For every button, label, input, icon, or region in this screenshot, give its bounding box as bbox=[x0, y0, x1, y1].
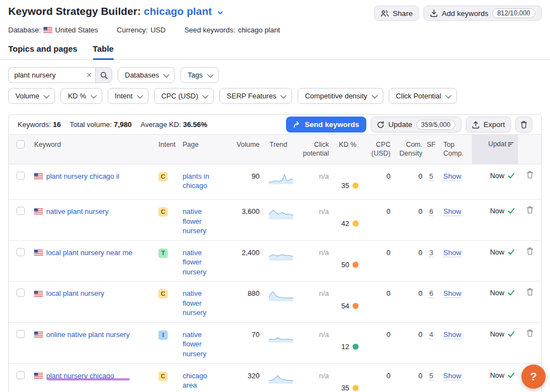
filter-dropdown-competitive-density[interactable]: Competitive density bbox=[298, 88, 383, 104]
top-comp-show-link[interactable]: Show bbox=[443, 330, 461, 339]
keyword-link[interactable]: online native plant nursery bbox=[46, 330, 130, 340]
column-keyword[interactable]: Keyword bbox=[34, 135, 158, 164]
page-link[interactable]: chicago area nurseries bbox=[183, 372, 212, 392]
intent-badge-commercial[interactable]: C bbox=[158, 289, 168, 299]
intent-badge-commercial[interactable]: C bbox=[158, 172, 168, 181]
serp-features-link[interactable]: 5 bbox=[429, 172, 433, 181]
keyword-link[interactable]: native plant nursery bbox=[46, 207, 108, 217]
chevron-down-icon bbox=[207, 71, 213, 77]
export-icon bbox=[472, 121, 480, 129]
search-button[interactable] bbox=[95, 67, 112, 83]
trend-sparkline bbox=[264, 365, 299, 392]
delete-row-button[interactable] bbox=[518, 281, 541, 322]
column-cpc[interactable]: CPC (USD) bbox=[364, 135, 393, 164]
delete-row-button[interactable] bbox=[518, 241, 541, 281]
column-page[interactable]: Page bbox=[183, 135, 230, 164]
search-icon bbox=[100, 71, 108, 79]
top-comp-show-link[interactable]: Show bbox=[443, 289, 461, 298]
update-quota-badge: 359/5,000 bbox=[416, 120, 455, 130]
currency-value: USD bbox=[151, 26, 166, 34]
tab-table[interactable]: Table bbox=[93, 44, 114, 59]
table-body: plant nursery chicago il C plants in chi… bbox=[9, 164, 541, 392]
filter-label: Tags bbox=[188, 71, 202, 79]
column-volume[interactable]: Volume bbox=[230, 135, 264, 164]
filter-dropdown-cpc-usd-[interactable]: CPC (USD) bbox=[154, 88, 214, 104]
top-comp-show-link[interactable]: Show bbox=[443, 172, 461, 181]
row-checkbox[interactable] bbox=[16, 289, 25, 297]
filter-dropdown-serp-features[interactable]: SERP Features bbox=[219, 88, 292, 104]
select-all-checkbox[interactable] bbox=[16, 140, 25, 148]
intent-badge-commercial[interactable]: C bbox=[158, 207, 168, 217]
delete-all-button[interactable] bbox=[515, 117, 532, 132]
volume-value: 2,400 bbox=[230, 241, 264, 281]
add-keywords-button[interactable]: Add keywords 812/10,000 bbox=[424, 5, 542, 21]
keywords-table-card: Keywords: 16 Total volume: 7,980 Average… bbox=[8, 114, 542, 392]
column-trend[interactable]: Trend bbox=[264, 135, 299, 164]
kd-value: 50 bbox=[342, 261, 349, 269]
page-link[interactable]: plants in chicago bbox=[183, 172, 209, 190]
tab-topics-and-pages[interactable]: Topics and pages bbox=[8, 44, 78, 59]
clear-search-icon[interactable]: ✕ bbox=[83, 67, 95, 83]
filter-dropdown-databases[interactable]: Databases bbox=[118, 67, 175, 83]
serp-features-link[interactable]: 6 bbox=[429, 207, 433, 216]
kd-difficulty-dot bbox=[353, 183, 359, 189]
delete-row-button[interactable] bbox=[518, 200, 541, 240]
update-button[interactable]: Update 359/5,000 bbox=[371, 117, 461, 132]
keywords-count-value: 16 bbox=[53, 120, 61, 129]
intent-badge-commercial[interactable]: C bbox=[158, 372, 168, 381]
column-sf[interactable]: SF bbox=[425, 135, 440, 164]
table-row: plant nursery chicago il C plants in chi… bbox=[9, 164, 541, 200]
keyword-link[interactable]: local plant nursery bbox=[46, 289, 105, 299]
top-comp-show-link[interactable]: Show bbox=[443, 372, 461, 380]
click-potential-value: n/a bbox=[299, 364, 331, 392]
column-intent[interactable]: Intent bbox=[158, 135, 183, 164]
filter-label: Click Potential bbox=[396, 92, 441, 100]
serp-features-link[interactable]: 3 bbox=[429, 249, 433, 257]
export-button[interactable]: Export bbox=[466, 117, 511, 132]
row-checkbox[interactable] bbox=[16, 371, 25, 379]
trend-sparkline bbox=[264, 283, 299, 322]
page-link[interactable]: native flower nursery bbox=[183, 330, 206, 358]
project-name-dropdown[interactable]: chicago plant bbox=[144, 5, 223, 17]
keyword-link[interactable]: local plant nursery near me bbox=[46, 248, 133, 258]
intent-badge-informational[interactable]: I bbox=[158, 330, 168, 340]
share-button[interactable]: Share bbox=[374, 5, 419, 21]
filter-dropdown-tags[interactable]: Tags bbox=[180, 67, 218, 83]
column-click-potential[interactable]: Click potential bbox=[299, 135, 331, 164]
check-icon bbox=[508, 173, 515, 179]
filters-row-1: DatabasesTags bbox=[118, 67, 219, 83]
page-link[interactable]: native flower nursery bbox=[183, 289, 206, 317]
row-checkbox[interactable] bbox=[16, 330, 25, 338]
column-com-density[interactable]: Com. Density bbox=[393, 135, 425, 164]
seed-keywords-label: Seed keywords: bbox=[184, 26, 235, 34]
delete-row-button[interactable] bbox=[518, 323, 541, 363]
serp-features-link[interactable]: 4 bbox=[429, 330, 433, 339]
page-link[interactable]: native flower nursery bbox=[183, 207, 206, 235]
keyword-link[interactable]: plant nursery chicago il bbox=[46, 172, 119, 181]
updated-value: Now bbox=[490, 248, 504, 256]
page-link[interactable]: native flower nursery bbox=[183, 249, 206, 276]
column-updated-sorted[interactable]: Updat bbox=[472, 135, 518, 164]
delete-row-button[interactable] bbox=[518, 164, 541, 200]
filter-dropdown-kd-[interactable]: KD % bbox=[61, 88, 102, 104]
com-density-value: 0 bbox=[393, 164, 425, 200]
search-input[interactable] bbox=[8, 67, 95, 83]
intent-badge-transactional[interactable]: T bbox=[158, 249, 168, 258]
help-button[interactable]: ? bbox=[521, 365, 546, 389]
column-top-comp[interactable]: Top Comp. bbox=[440, 135, 472, 164]
send-keywords-button[interactable]: Send keywords bbox=[286, 117, 366, 132]
serp-features-link[interactable]: 6 bbox=[429, 289, 433, 298]
com-density-value: 0 bbox=[393, 323, 425, 363]
column-kd[interactable]: KD % bbox=[331, 135, 364, 164]
us-flag-icon bbox=[34, 250, 43, 256]
row-checkbox[interactable] bbox=[16, 172, 25, 180]
row-checkbox[interactable] bbox=[16, 207, 25, 215]
top-comp-show-link[interactable]: Show bbox=[443, 249, 461, 257]
filter-dropdown-click-potential[interactable]: Click Potential bbox=[389, 88, 457, 104]
trend-sparkline bbox=[264, 242, 299, 281]
filter-dropdown-intent[interactable]: Intent bbox=[108, 88, 149, 104]
row-checkbox[interactable] bbox=[16, 248, 25, 256]
filter-dropdown-volume[interactable]: Volume bbox=[8, 88, 55, 104]
serp-features-link[interactable]: 5 bbox=[429, 372, 433, 380]
top-comp-show-link[interactable]: Show bbox=[443, 207, 461, 216]
